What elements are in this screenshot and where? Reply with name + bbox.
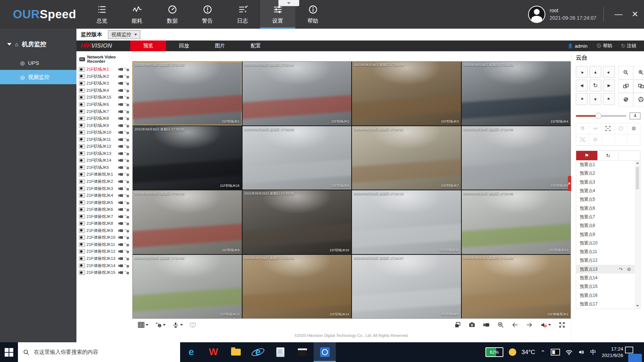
stream-icon[interactable]: 0 [124, 221, 130, 226]
tab-patrol[interactable]: ↻ [598, 151, 619, 160]
camera-row[interactable]: 21F职场JK70 [76, 108, 132, 115]
camera-row[interactable]: 21F职场JK100 [76, 129, 132, 136]
preset-scrollbar[interactable] [635, 161, 640, 309]
admin-user[interactable]: 👤admin [568, 43, 587, 49]
ptz-up-left-button[interactable]: ▲ [576, 66, 588, 78]
stream-icon[interactable]: 0 [124, 130, 130, 135]
slider-track[interactable] [576, 115, 626, 117]
tab-blank[interactable] [619, 151, 640, 160]
stream-icon[interactable]: 0 [124, 74, 130, 79]
ptz-up-button[interactable]: ▲ [589, 66, 601, 78]
camera-row[interactable]: 21F职场JK10 [76, 66, 132, 73]
wifi-icon[interactable] [565, 349, 573, 355]
speed-value-box[interactable]: 4 [630, 113, 640, 119]
speaker-icon[interactable] [578, 349, 585, 355]
camera-row[interactable]: 21F职场JK150 [76, 94, 132, 101]
record-icon[interactable] [118, 102, 123, 107]
record-icon[interactable] [118, 228, 123, 233]
weather-sun-icon[interactable] [509, 348, 516, 356]
taskbar-clock[interactable]: 17:24 2021/9/26 [602, 346, 623, 358]
stream-icon[interactable]: 0 [124, 186, 130, 191]
ptz-up-right-button[interactable]: ▲ [603, 66, 615, 78]
record-icon[interactable] [118, 116, 123, 121]
stream-icon[interactable]: 0 [124, 172, 130, 177]
video-cell[interactable]: 2021年09月26日 星期日 17:26:0221F职场JK15 [133, 126, 242, 190]
stream-icon[interactable]: 0 [124, 165, 130, 170]
video-cell[interactable]: 2021年09月26日 星期日 17:24:1021F职场JK9 [133, 190, 242, 254]
taskbar-app-ie[interactable]: e [247, 342, 269, 362]
preset-row[interactable]: 预置点10 [576, 239, 635, 247]
record-icon[interactable] [118, 95, 123, 100]
nav-item-log[interactable]: 日志 [225, 0, 260, 29]
stream-icon[interactable]: 0 [124, 235, 130, 240]
preset-row[interactable]: 预置点4 [576, 186, 635, 195]
video-cell[interactable]: 2021年09月26日 星期日 17:24:0921F职场JK8 [462, 126, 571, 190]
camera-row[interactable]: 21F体验馆JK10 [76, 171, 132, 178]
voice-talk-button[interactable] [172, 321, 183, 328]
video-wall-button[interactable] [189, 321, 196, 328]
user-block[interactable]: root 2021-09-26 17:24:07 [528, 6, 596, 23]
digital-zoom-button[interactable] [497, 321, 504, 328]
video-cell[interactable]: 2021年09月26日 星期日 17:24:1421F职场JK2 [243, 62, 352, 125]
snapshot-button[interactable] [469, 321, 475, 328]
preset-row[interactable]: 预置点6 [576, 204, 635, 213]
ptz-down-button[interactable]: ▼ [589, 93, 601, 105]
stream-icon[interactable]: 0 [124, 214, 130, 219]
camera-row[interactable]: 21F职场JK80 [76, 115, 132, 122]
stream-icon[interactable]: 0 [124, 95, 130, 100]
camera-row[interactable]: 21F体验馆JK60 [76, 206, 132, 213]
video-cell[interactable]: 2021年09月26日 星期日 17:24:0321F体验馆JK1 [462, 255, 571, 319]
video-cell[interactable]: 2021年09月26日 星期日 17:26:0821F职场JK10 [243, 190, 352, 254]
taskbar-app-folder[interactable] [225, 342, 247, 362]
stream-icon[interactable]: 0 [124, 270, 130, 275]
record-icon[interactable] [118, 144, 123, 149]
sidebar-item-video-monitoring[interactable]: ◎ 视频监控 [0, 70, 76, 84]
preset-row[interactable]: 预置点2 [576, 169, 635, 178]
nav-item-help[interactable]: 帮助 [295, 0, 330, 29]
minimize-button[interactable]: — [611, 7, 626, 22]
nav-item-alert[interactable]: 警告 [190, 0, 225, 29]
camera-row[interactable]: 21F体验馆JK120 [76, 248, 132, 255]
zoom-3d-button[interactable]: 3D [589, 134, 602, 146]
nav-item-data[interactable]: 数据 [155, 0, 190, 29]
stream-icon[interactable]: 0 [124, 137, 130, 142]
record-icon[interactable] [118, 242, 123, 247]
stream-icon[interactable]: 0 [124, 88, 130, 93]
record-icon[interactable] [118, 88, 123, 93]
scrollbar-thumb[interactable] [636, 167, 639, 189]
camera-row[interactable]: 21F体验馆JK130 [76, 255, 132, 262]
preset-row[interactable]: 预置点9 [576, 230, 635, 239]
video-cell[interactable]: 2021年09月26日 星期日 17:24:1321F职场JK4 [462, 62, 571, 125]
battery-indicator[interactable]: 62% [485, 347, 503, 357]
record-icon[interactable] [118, 214, 123, 219]
scroll-up-button[interactable] [636, 161, 639, 166]
preset-row[interactable]: 预置点14 [576, 273, 635, 282]
camera-row[interactable]: 21F职场JK90 [76, 122, 132, 129]
nvr-header[interactable]: Network Video Recorder [76, 51, 132, 66]
video-cell[interactable]: 2021年09月26日 星期日 17:24:0221F职场JK1 [133, 62, 242, 125]
stream-icon[interactable]: 0 [124, 116, 130, 121]
stream-icon[interactable]: 0 [124, 207, 130, 212]
auto-focus-button[interactable] [602, 123, 615, 134]
record-icon[interactable] [118, 67, 123, 72]
record-icon[interactable] [118, 207, 123, 212]
tray-blue-icon[interactable] [628, 354, 642, 362]
camera-row[interactable]: 21F体验馆JK80 [76, 220, 132, 227]
record-icon[interactable] [118, 137, 123, 142]
nav-item-overview[interactable]: 总览 [84, 0, 119, 29]
camera-row[interactable]: 21F职场JK60 [76, 101, 132, 108]
zoom-in-button[interactable] [633, 66, 644, 80]
hik-tab-0[interactable]: 预览 [130, 41, 166, 51]
stream-icon[interactable]: 0 [124, 81, 130, 86]
display-tray-icon[interactable] [551, 349, 560, 356]
video-cell[interactable]: 2021年09月26日 星期日 17:24:1121F职场JK7 [352, 126, 461, 190]
taskbar-app-terminal[interactable] [291, 342, 314, 362]
stream-type-button[interactable]: 2 [155, 321, 166, 328]
preset-row[interactable]: 预置点7 [576, 213, 635, 221]
video-cell[interactable]: 2021年09月26日 星期日 17:24:1321F职场JK11 [352, 190, 461, 254]
taskbar-app-blueapp[interactable] [314, 342, 336, 362]
camera-row[interactable]: 21F职场JK140 [76, 157, 132, 164]
taskbar-app-notepad[interactable] [269, 342, 291, 362]
ptz-down-left-button[interactable]: ▲ [576, 93, 588, 105]
preset-row[interactable]: 预置点15 [576, 282, 635, 291]
